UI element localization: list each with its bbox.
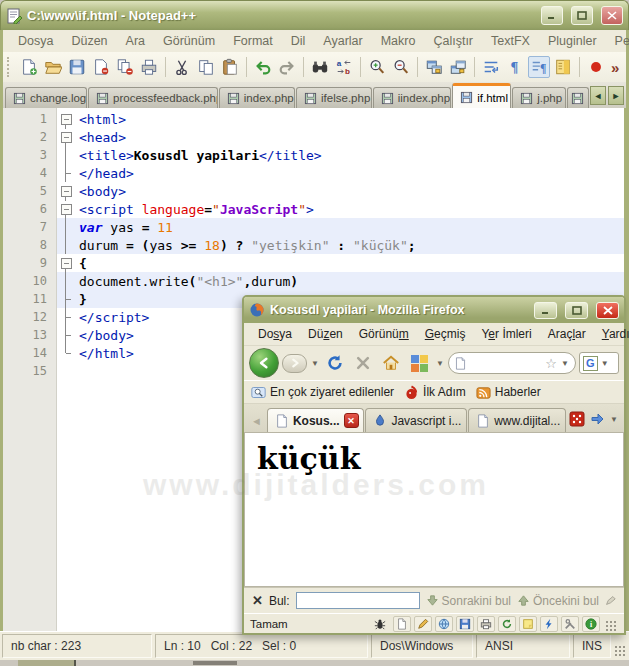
reload-button[interactable] xyxy=(323,351,348,376)
sync2-button[interactable] xyxy=(447,56,469,78)
cut-button[interactable] xyxy=(171,56,193,78)
globe-button[interactable] xyxy=(435,616,453,632)
record-button[interactable] xyxy=(585,56,607,78)
home-button[interactable] xyxy=(379,351,404,376)
fold-marker[interactable] xyxy=(57,110,75,128)
bookmark-haberler[interactable]: Haberler xyxy=(476,385,541,400)
fold-marker[interactable] xyxy=(57,200,75,218)
npp-minimize-button[interactable] xyxy=(541,6,563,25)
tab-i[interactable]: i xyxy=(567,87,589,108)
forward-button[interactable] xyxy=(282,354,307,373)
paste-button[interactable] xyxy=(219,56,241,78)
refreshsm-button[interactable] xyxy=(498,616,516,632)
printer-button[interactable] xyxy=(477,616,495,632)
address-bar[interactable]: ☆ ▼ xyxy=(448,352,576,374)
firefox-resize-grip[interactable] xyxy=(605,620,618,633)
npp-menu-dil[interactable]: Dil xyxy=(282,31,315,51)
tab-if-html[interactable]: if.html xyxy=(452,83,511,108)
copy-button[interactable] xyxy=(195,56,217,78)
fold-marker[interactable] xyxy=(57,254,75,272)
save-button[interactable] xyxy=(66,56,88,78)
fastdial-icon[interactable] xyxy=(407,351,432,376)
closeall-button[interactable] xyxy=(114,56,136,78)
tools-button[interactable] xyxy=(561,616,579,632)
npp-menu-al-t-r[interactable]: Çalıştır xyxy=(424,31,482,51)
close-button[interactable] xyxy=(90,56,112,78)
showall-button[interactable]: ¶ xyxy=(528,56,550,78)
pilcrow-button[interactable]: ¶ xyxy=(504,56,526,78)
firefox-menu-dosya[interactable]: Dosya xyxy=(250,325,300,343)
fastdial-dropdown-icon[interactable]: ▼ xyxy=(435,359,445,368)
tab-j-php[interactable]: j.php xyxy=(512,87,566,108)
tab-scroll-right-icon[interactable] xyxy=(589,411,605,427)
bug-icon[interactable] xyxy=(372,616,388,632)
find-previous-button[interactable]: Öncekini bul xyxy=(517,594,599,608)
new-button[interactable] xyxy=(18,56,40,78)
pencil-button[interactable] xyxy=(414,616,432,632)
firefox-tab-kosus[interactable]: Kosus...✕ xyxy=(267,408,365,432)
address-dropdown-icon[interactable]: ▼ xyxy=(560,359,570,368)
bookmark-i-lk-ad-m[interactable]: İlk Adım xyxy=(404,385,466,400)
tab-processfeedback-php[interactable]: processfeedback.php xyxy=(88,87,218,108)
firefox-menu-g-r-n-m[interactable]: Görünüm xyxy=(351,325,417,343)
tab-scroll-left-button[interactable]: ◄ xyxy=(590,86,606,105)
npp-menu-pluginler[interactable]: Pluginler xyxy=(539,31,606,51)
floppy-button[interactable] xyxy=(456,616,474,632)
firefox-menu-ge-mi[interactable]: Geçmiş xyxy=(417,325,474,343)
print-button[interactable] xyxy=(138,56,160,78)
back-button[interactable] xyxy=(249,348,279,378)
npp-menu-ara[interactable]: Ara xyxy=(117,31,154,51)
fold-marker[interactable] xyxy=(57,128,75,146)
newpage-button[interactable] xyxy=(393,616,411,632)
docmap-button[interactable] xyxy=(552,56,574,78)
firefox-close-button[interactable] xyxy=(596,302,619,319)
history-dropdown-icon[interactable]: ▼ xyxy=(310,359,320,368)
sync1-button[interactable] xyxy=(423,56,445,78)
zoomout-button[interactable] xyxy=(390,56,412,78)
fastdial-tab-icon[interactable] xyxy=(569,411,585,427)
redo-button[interactable] xyxy=(276,56,298,78)
bolt-button[interactable] xyxy=(540,616,558,632)
info-button[interactable]: i xyxy=(582,616,600,632)
browser-viewport[interactable]: küçük xyxy=(244,432,624,587)
bookmark-en-ok-ziyaret-edilenler[interactable]: En çok ziyaret edilenler xyxy=(251,385,394,400)
undo-button[interactable] xyxy=(252,56,274,78)
search-engine-dropdown-icon[interactable]: ▼ xyxy=(600,359,610,368)
zoomin-button[interactable] xyxy=(366,56,388,78)
find-close-button[interactable]: ✕ xyxy=(252,593,263,608)
highlight-icon[interactable] xyxy=(605,594,616,607)
npp-menu-format[interactable]: Format xyxy=(224,31,282,51)
stop-button[interactable] xyxy=(351,351,376,376)
npp-resize-grip[interactable] xyxy=(614,645,627,658)
firefox-titlebar[interactable]: Kosusdl yapilari - Mozilla Firefox xyxy=(244,297,624,323)
npp-menu-d-zen[interactable]: Düzen xyxy=(62,31,116,51)
firefox-menu-yer-i-mleri[interactable]: Yer İmleri xyxy=(473,325,539,343)
firefox-menu-ara-lar[interactable]: Araçlar xyxy=(540,325,594,343)
firefox-tab-www-dijital[interactable]: www.dijital... xyxy=(468,408,566,432)
npp-menu-makro[interactable]: Makro xyxy=(372,31,425,51)
toolbar-overflow-chevron[interactable]: » xyxy=(611,59,619,76)
tab-ifelse-php[interactable]: ifelse.php xyxy=(296,87,372,108)
tab-iindex-php[interactable]: iindex.php xyxy=(373,87,452,108)
npp-menu-dosya[interactable]: Dosya xyxy=(9,31,62,51)
npp-menu-textfx[interactable]: TextFX xyxy=(482,31,539,51)
find-button[interactable] xyxy=(309,56,331,78)
npp-titlebar[interactable]: C:\www\if.html - Notepad++ xyxy=(0,0,629,30)
find-input[interactable] xyxy=(296,592,420,609)
tab-close-button[interactable]: ✕ xyxy=(344,413,359,428)
search-box[interactable]: G ▼ xyxy=(579,352,619,374)
find-next-button[interactable]: Sonrakini bul xyxy=(426,594,511,608)
fold-marker[interactable] xyxy=(57,182,75,200)
wrap-button[interactable] xyxy=(480,56,502,78)
npp-close-button[interactable] xyxy=(601,6,623,25)
firefox-menu-d-zen[interactable]: Düzen xyxy=(300,325,351,343)
firefox-menu-yard-m[interactable]: Yardım xyxy=(594,325,629,343)
npp-menu-g-r-n-m[interactable]: Görünüm xyxy=(154,31,224,51)
npp-maximize-button[interactable] xyxy=(571,6,593,25)
tab-index-php[interactable]: index.php xyxy=(219,87,295,108)
firefox-tab-javascript-i[interactable]: Javascript i... xyxy=(365,408,467,432)
tab-scroll-right-button[interactable]: ► xyxy=(608,86,624,105)
note-button[interactable] xyxy=(519,616,537,632)
bookmark-star-icon[interactable]: ☆ xyxy=(545,356,557,371)
tab-scroll-left-icon[interactable]: ◄ xyxy=(247,415,266,432)
